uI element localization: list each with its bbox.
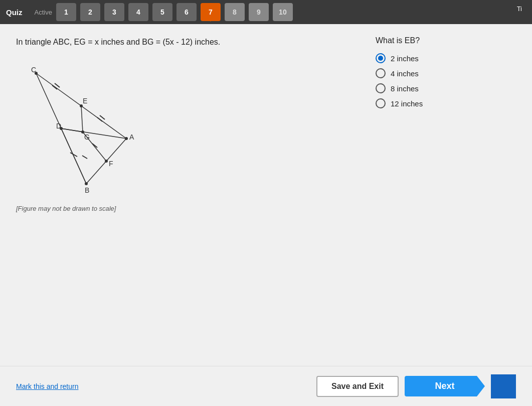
- svg-point-20: [81, 130, 84, 133]
- quiz-area: In triangle ABC, EG = x inches and BG = …: [0, 24, 532, 366]
- svg-line-8: [52, 85, 57, 89]
- label-f: F: [109, 160, 113, 168]
- label-e: E: [83, 97, 87, 105]
- answer-question-label: What is EB?: [376, 36, 516, 45]
- answer-option-4[interactable]: 12 inches: [376, 98, 516, 108]
- timer-label: Ti: [517, 5, 522, 13]
- bottom-buttons: Save and Exit Next: [316, 374, 516, 398]
- radio-1[interactable]: [376, 53, 386, 63]
- answer-option-3[interactable]: 8 inches: [376, 83, 516, 93]
- triangle-figure: C A B E D G F: [16, 58, 156, 199]
- mark-return-link[interactable]: Mark this and return: [16, 382, 79, 390]
- question-btn-8[interactable]: 8: [225, 3, 245, 21]
- answer-text-1: 2 inches: [391, 54, 419, 63]
- svg-line-9: [55, 83, 60, 87]
- label-a: A: [129, 133, 134, 141]
- question-btn-2[interactable]: 2: [80, 3, 100, 21]
- question-left: In triangle ABC, EG = x inches and BG = …: [16, 36, 356, 358]
- answer-option-2[interactable]: 4 inches: [376, 68, 516, 78]
- question-btn-3[interactable]: 3: [104, 3, 124, 21]
- bottom-bar: Mark this and return Save and Exit Next: [0, 366, 532, 406]
- radio-3[interactable]: [376, 83, 386, 93]
- question-row: In triangle ABC, EG = x inches and BG = …: [16, 36, 516, 358]
- svg-line-7: [61, 128, 126, 139]
- next-button[interactable]: Next: [405, 376, 485, 396]
- question-right: What is EB? 2 inches 4 inches: [376, 36, 516, 358]
- question-text: In triangle ABC, EG = x inches and BG = …: [16, 36, 356, 48]
- svg-point-21: [105, 160, 108, 163]
- radio-4[interactable]: [376, 98, 386, 108]
- svg-point-16: [125, 137, 128, 140]
- label-b: B: [85, 186, 89, 194]
- question-btn-10[interactable]: 10: [273, 3, 293, 21]
- next-right-panel: [491, 374, 516, 398]
- quiz-status: Active: [35, 9, 52, 16]
- question-btn-7[interactable]: 7 ▼: [201, 3, 221, 21]
- quiz-title: Quiz: [6, 8, 23, 17]
- answer-options: 2 inches 4 inches 8 inches 12 inches: [376, 53, 516, 108]
- save-exit-button[interactable]: Save and Exit: [316, 376, 399, 397]
- answer-text-3: 8 inches: [391, 84, 419, 93]
- question-btn-6[interactable]: 6: [176, 3, 197, 21]
- svg-line-3: [81, 106, 83, 132]
- svg-point-17: [85, 182, 88, 185]
- label-g: G: [84, 133, 90, 141]
- figure-caption: [Figure may not be drawn to scale]: [16, 205, 356, 212]
- radio-2[interactable]: [376, 68, 386, 78]
- svg-point-18: [80, 104, 83, 107]
- svg-line-13: [82, 156, 87, 159]
- main-content: In triangle ABC, EG = x inches and BG = …: [0, 24, 532, 406]
- svg-line-10: [97, 117, 102, 121]
- question-btn-9[interactable]: 9: [249, 3, 269, 21]
- top-navigation-bar: Quiz Active 1 2 3 4 5 6 7 ▼ 8 9 10 Ti: [0, 0, 532, 24]
- figure-container: C A B E D G F: [16, 58, 356, 201]
- question-btn-4[interactable]: 4: [128, 3, 148, 21]
- answer-text-4: 12 inches: [391, 99, 423, 108]
- answer-option-1[interactable]: 2 inches: [376, 53, 516, 63]
- radio-inner-1: [378, 56, 383, 61]
- svg-line-11: [100, 115, 105, 119]
- question-btn-1[interactable]: 1: [56, 3, 76, 21]
- svg-point-15: [35, 72, 38, 75]
- answer-text-2: 4 inches: [391, 69, 419, 78]
- question-btn-5[interactable]: 5: [152, 3, 172, 21]
- svg-point-19: [60, 127, 63, 130]
